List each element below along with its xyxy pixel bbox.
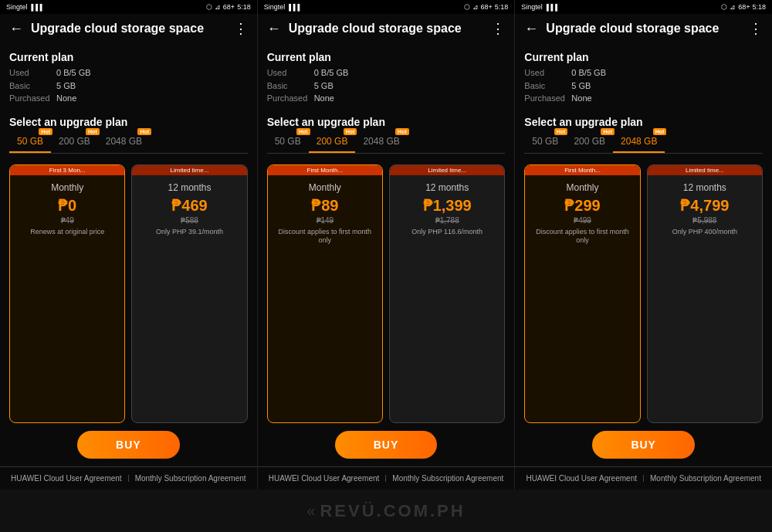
basic-value: 5 GB: [314, 80, 334, 93]
header-title: Upgrade cloud storage space: [546, 22, 741, 36]
card-badge: Limited time...: [648, 165, 762, 175]
menu-button[interactable]: ⋮: [749, 20, 763, 37]
used-value: 0 B/5 GB: [56, 66, 91, 80]
signal-icon: ▐▐▐: [29, 4, 42, 11]
purchased-label: Purchased: [267, 92, 310, 105]
buy-button[interactable]: BUY: [592, 431, 695, 459]
used-value: 0 B/5 GB: [571, 66, 606, 80]
current-plan-title: Current plan: [9, 51, 248, 63]
buy-button[interactable]: BUY: [335, 431, 438, 459]
card-period: 12 months: [138, 182, 240, 193]
tab-50gb[interactable]: 50 GBHot: [267, 131, 309, 153]
plan-cards: First Month... Monthly ₱89 ₱149 Discount…: [267, 164, 506, 424]
plan-card-0[interactable]: First 3 Mon... Monthly ₱0 ₱49 Renews at …: [9, 164, 125, 424]
wifi-icon: ⊿: [730, 3, 736, 11]
tab-200gb[interactable]: 200 GBHot: [51, 131, 98, 153]
card-original-price: ₱1,788: [396, 216, 498, 225]
purchased-value: None: [571, 92, 591, 105]
screen-1: Singtel ▐▐▐ ⬡ ⊿ 68+ 5:18 ← Upgrade cloud…: [258, 0, 516, 490]
tab-50gb[interactable]: 50 GBHot: [524, 131, 566, 153]
card-price: ₱1,399: [396, 196, 498, 215]
watermark-text: REVÜ.COM.PH: [320, 501, 465, 521]
battery-text: 68+: [481, 3, 493, 11]
status-bar: Singtel ▐▐▐ ⬡ ⊿ 68+ 5:18: [0, 0, 257, 14]
menu-button[interactable]: ⋮: [491, 20, 505, 37]
card-badge: Limited time...: [132, 165, 246, 175]
wifi-icon: ⊿: [215, 3, 221, 11]
status-right: ⬡ ⊿ 68+ 5:18: [464, 3, 509, 11]
plan-card-1[interactable]: Limited time... 12 months ₱469 ₱588 Only…: [131, 164, 247, 424]
back-button[interactable]: ←: [267, 21, 281, 37]
used-value: 0 B/5 GB: [314, 66, 349, 80]
used-label: Used: [267, 66, 310, 80]
carrier: Singtel: [521, 3, 543, 11]
signal-icon: ▐▐▐: [286, 4, 300, 11]
huawei-cloud-agreement-link[interactable]: HUAWEI Cloud User Agreement: [262, 473, 386, 483]
tab-container: 50 GBHot200 GBHot2048 GBHot: [9, 131, 248, 154]
back-button[interactable]: ←: [524, 21, 538, 37]
plan-used: Used 0 B/5 GB: [9, 66, 248, 80]
header: ← Upgrade cloud storage space ⋮: [0, 14, 257, 43]
plan-card-0[interactable]: First Month... Monthly ₱299 ₱499 Discoun…: [524, 164, 640, 424]
card-note: Renews at original price: [16, 228, 118, 237]
monthly-subscription-agreement-link[interactable]: Monthly Subscription Agreement: [644, 473, 767, 483]
card-note: Only PHP 400/month: [654, 228, 756, 237]
upgrade-title: Select an upgrade plan: [267, 116, 506, 128]
screens-container: Singtel ▐▐▐ ⬡ ⊿ 68+ 5:18 ← Upgrade cloud…: [0, 0, 772, 490]
hot-badge: Hot: [137, 128, 151, 135]
time: 5:18: [495, 3, 509, 11]
card-price: ₱4,799: [654, 196, 756, 215]
buy-button[interactable]: BUY: [77, 431, 180, 459]
tab-2048gb[interactable]: 2048 GBHot: [355, 131, 407, 153]
card-original-price: ₱49: [16, 216, 118, 225]
tab-200gb[interactable]: 200 GBHot: [566, 131, 613, 153]
screen-0: Singtel ▐▐▐ ⬡ ⊿ 68+ 5:18 ← Upgrade cloud…: [0, 0, 258, 490]
buy-button-container: BUY: [258, 423, 515, 466]
plan-used: Used 0 B/5 GB: [524, 66, 763, 80]
battery-text: 68+: [223, 3, 235, 11]
huawei-cloud-agreement-link[interactable]: HUAWEI Cloud User Agreement: [5, 473, 128, 483]
back-button[interactable]: ←: [9, 21, 23, 37]
purchased-label: Purchased: [9, 92, 52, 105]
card-period: 12 months: [654, 182, 756, 193]
plan-cards: First Month... Monthly ₱299 ₱499 Discoun…: [524, 164, 763, 424]
upgrade-title: Select an upgrade plan: [524, 116, 763, 128]
plan-card-0[interactable]: First Month... Monthly ₱89 ₱149 Discount…: [267, 164, 383, 424]
upgrade-section: Select an upgrade plan50 GBHot200 GBHot2…: [515, 110, 772, 164]
carrier: Singtel: [264, 3, 286, 11]
plan-card-1[interactable]: Limited time... 12 months ₱4,799 ₱5,988 …: [647, 164, 763, 424]
tab-2048gb[interactable]: 2048 GBHot: [98, 131, 150, 153]
card-original-price: ₱588: [138, 216, 240, 225]
bluetooth-icon: ⬡: [721, 3, 727, 11]
monthly-subscription-agreement-link[interactable]: Monthly Subscription Agreement: [129, 473, 252, 483]
hot-badge: Hot: [395, 128, 409, 135]
card-period: 12 months: [396, 182, 498, 193]
menu-button[interactable]: ⋮: [234, 20, 248, 37]
card-note: Only PHP 116.6/month: [396, 228, 498, 237]
tab-2048gb[interactable]: 2048 GBHot: [613, 131, 665, 153]
card-badge: First Month...: [525, 165, 639, 175]
plan-purchased: Purchased None: [267, 92, 506, 105]
basic-label: Basic: [524, 80, 567, 93]
used-label: Used: [9, 66, 52, 80]
status-left: Singtel ▐▐▐: [264, 3, 300, 11]
card-badge: First 3 Mon...: [10, 165, 124, 175]
watermark-arrows: «: [306, 502, 315, 520]
plan-basic: Basic 5 GB: [9, 80, 248, 93]
plan-card-1[interactable]: Limited time... 12 months ₱1,399 ₱1,788 …: [389, 164, 505, 424]
card-original-price: ₱499: [531, 216, 633, 225]
card-badge: First Month...: [268, 165, 382, 175]
huawei-cloud-agreement-link[interactable]: HUAWEI Cloud User Agreement: [520, 473, 643, 483]
card-badge: Limited time...: [390, 165, 504, 175]
current-plan-title: Current plan: [524, 51, 763, 63]
basic-label: Basic: [267, 80, 310, 93]
status-left: Singtel ▐▐▐: [521, 3, 557, 11]
upgrade-section: Select an upgrade plan50 GBHot200 GBHot2…: [258, 110, 515, 164]
footer: HUAWEI Cloud User Agreement Monthly Subs…: [0, 466, 257, 490]
plan-purchased: Purchased None: [524, 92, 763, 105]
current-plan-section: Current plan Used 0 B/5 GB Basic 5 GB Pu…: [258, 43, 515, 110]
tab-50gb[interactable]: 50 GBHot: [9, 131, 51, 153]
tab-200gb[interactable]: 200 GBHot: [309, 131, 356, 153]
time: 5:18: [752, 3, 766, 11]
monthly-subscription-agreement-link[interactable]: Monthly Subscription Agreement: [386, 473, 510, 483]
